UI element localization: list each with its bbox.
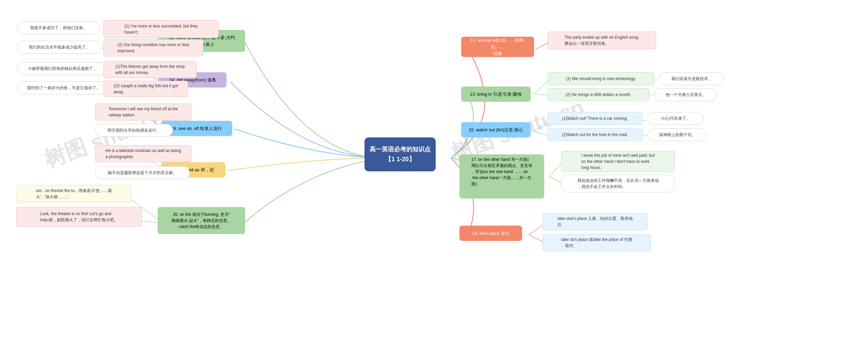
svg-line-34 [549,176,563,183]
leaf-l20b: Look, the theatre is on fire! Let's go a… [16,207,142,227]
leaf-r15b: (2)Watch out for the hole in the road. [548,128,643,141]
leaf-r19a: take one's place 入座、站好位置、取得地位 [542,213,648,230]
leaf-l12d: (2) Our living condition has more or les… [103,39,203,56]
leaf-l16b: 明天我到火车站给朋友送行。 [95,124,173,137]
svg-line-30 [534,131,549,136]
leaf-l14a: 小偷带着我们所有的钱从商店逃跑了。 [17,62,108,75]
leaf-l12c: 我们的生活水平或多或少提高了。 [17,41,102,54]
mindmap-canvas: 树图 shutu.cn 树图 shutu.cn 高一英语必考的知识点【1 1-2… [0,0,868,359]
leaf-l14c: 我钓到了一条好大的鱼，可是它逃掉了。 [17,81,110,94]
svg-line-29 [534,120,549,131]
center-node: 高一英语必考的知识点【1 1-20】 [364,137,436,171]
node-11: 11. end up with 以……告终;以……结束 [461,37,534,57]
leaf-l12b: (1) I've more or less succeeded, but the… [103,20,219,38]
leaf-l20a: set…on fire/set fire to…用来表示'使……着火'、'放火烧… [16,185,132,203]
leaf-l14b: (1)The thieves got away from the shopwit… [103,61,197,78]
leaf-r19b: take sb's place 或take the place of 代替、取代 [542,234,651,251]
node-17: 17. on the other hand 另一方面(用以引出相互矛盾的观点、意… [459,154,544,199]
svg-line-26 [534,94,549,95]
node-13: 13. bring in 引进;引来;吸收 [461,87,531,102]
leaf-r13a2: 我们应该引进新技术。 [659,72,724,85]
leaf-l18a: He is a talented musician as well as bei… [95,145,192,162]
node-19: 19. take place 发生 [459,226,522,241]
leaf-l14d: (2)I caught a really big fish but it got… [103,81,188,97]
svg-line-24 [536,42,549,49]
leaf-r11a: The party ended up with an English song.… [548,32,656,49]
leaf-l18b: 她不但是摄影师还是个天才的音乐家。 [95,166,190,179]
leaf-r15a: (1)Watch out! There is a car coming. [548,112,643,125]
leaf-r17b: 我知道这份工作报酬不高，但从另一方面来说，我也不必工作太长时间。 [561,175,675,192]
leaf-r13b2: 他一个月挣八百美元。 [654,88,717,101]
leaf-r17a: I know this job of mine isn't well paid,… [561,151,675,172]
leaf-r13b: (2) He brings in 800 dollars a month. [548,88,649,101]
svg-line-25 [534,80,549,94]
leaf-l16a: Tomorrow I will see my friend off at the… [95,103,192,120]
leaf-r15b2: 留神路上的那个坑。 [648,128,707,141]
svg-line-33 [549,162,563,176]
leaf-l12a: 我差不多成功了，而他们没有。 [17,21,100,34]
leaf-r13a: (1) We should bring in new technology. [548,72,654,85]
node-20: 20. on fire 相当于burning, 意为"燃烧着火;起火"，有静态的… [158,207,245,234]
node-15: 15. watch out (for)注意;留心 [461,122,531,137]
leaf-r15a2: 小心!汽车来了。 [648,112,704,125]
